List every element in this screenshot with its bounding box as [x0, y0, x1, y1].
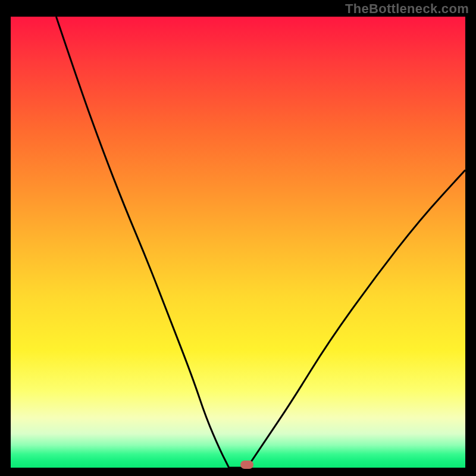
curve-right-branch	[247, 170, 465, 468]
bottleneck-curve	[11, 17, 465, 468]
curve-left-branch	[56, 17, 228, 468]
plot-area	[11, 17, 465, 468]
optimal-point-marker	[240, 461, 253, 469]
chart-container: TheBottleneck.com	[0, 0, 476, 476]
watermark-text: TheBottleneck.com	[345, 1, 469, 17]
